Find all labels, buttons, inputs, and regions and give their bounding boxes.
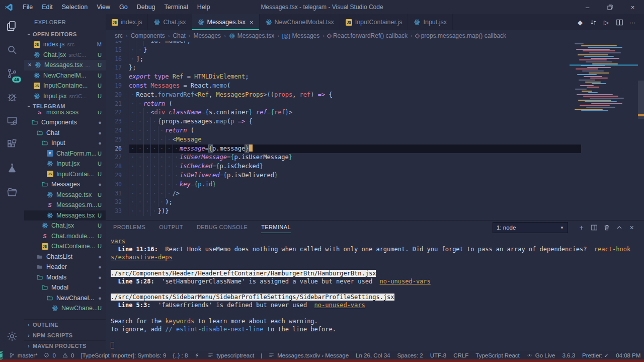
close-panel-icon[interactable]: × [625,221,638,235]
tab-inputcontainer.js[interactable]: JSInputContainer.js [340,14,409,30]
scrollbar-slider[interactable] [638,81,644,119]
section-npm-scripts[interactable]: ›NPM SCRIPTS [24,330,106,340]
status-encoding[interactable]: UTF-8 [430,352,447,358]
open-editor-item[interactable]: JSInputContaine...U [24,81,106,91]
tree-item[interactable]: Smixins.scssU [24,111,106,117]
open-editors-header[interactable]: › OPEN EDITORS [24,29,106,39]
breadcrumb-item[interactable]: Messages.tsx [229,32,274,39]
breadcrumb-item[interactable]: Chat [173,32,185,39]
toggle-changes-icon[interactable] [587,14,600,30]
minimap[interactable] [574,41,637,122]
tree-item[interactable]: Header● [24,262,106,272]
status-indentation[interactable]: Spaces: 2 [397,352,423,358]
menu-file[interactable]: File [18,0,37,14]
tree-item[interactable]: SChat.module....U [24,231,106,242]
tree-item[interactable]: Chat● [24,128,106,138]
more-actions-icon[interactable]: ··· [626,14,639,30]
status-git-branch[interactable]: master* [9,352,38,358]
close-button[interactable]: × [621,0,644,14]
activity-search-icon[interactable] [0,38,24,61]
tree-item[interactable]: Input.jsxU [24,159,106,169]
tree-item[interactable]: Modals● [24,272,106,283]
activity-settings-icon[interactable] [0,324,24,348]
maximize-panel-icon[interactable] [613,221,625,235]
open-editor-item[interactable]: Input.jsxsrc\C...U [24,91,106,102]
panel-tab-problems[interactable]: PROBLEMS [113,221,145,235]
tree-item[interactable]: Message.tsxU [24,190,106,200]
scrollbar[interactable] [638,41,644,220]
status-language-mode[interactable]: typescriptreact [208,352,254,358]
status-language[interactable]: TypeScript React [475,352,520,358]
status-warnings[interactable]: 0 [62,352,74,358]
breadcrumb-item[interactable]: React.forwardRef() callback [328,32,408,39]
tree-item[interactable]: NewChane...U [24,303,106,314]
status-pipe[interactable]: | [261,352,262,358]
terminal-link[interactable]: no-unused-vars [314,302,365,309]
tab-index.js[interactable]: JSindex.js [106,14,148,30]
terminal-link[interactable]: keywords [165,318,194,325]
status-imports-count[interactable]: {..} : 8 [173,352,188,358]
run-icon[interactable]: ▷ [600,14,613,30]
tree-item[interactable]: Messages● [24,179,106,190]
open-editor-item[interactable]: NewChanelM...U [24,70,106,81]
terminal-link[interactable]: react-hook [594,246,630,253]
tree-item[interactable]: JSChatContaine...U [24,241,106,252]
menu-view[interactable]: View [92,0,115,14]
activity-test-icon[interactable] [0,156,24,180]
tab-newchanelmodal.tsx[interactable]: NewChanelModal.tsx [260,14,340,30]
breadcrumb-item[interactable]: [@]Messages [282,32,319,39]
breadcrumb-item[interactable]: src [115,32,123,39]
tab-messages.tsx[interactable]: Messages.tsx× [192,14,260,30]
prettier-format-icon[interactable]: ◆ [574,14,587,30]
tree-item[interactable]: Components● [24,117,106,128]
split-terminal-icon[interactable] [588,221,600,235]
panel-tab-terminal[interactable]: TERMINAL [261,221,291,235]
tree-item[interactable]: Chat.jsxU [24,221,106,231]
section-outline[interactable]: ›OUTLINE [24,319,106,330]
tree-item[interactable]: #ChatForm.m...U [24,149,106,159]
panel-tab-debug-console[interactable]: DEBUG CONSOLE [197,221,248,235]
activity-source-control-icon[interactable]: 46 [0,61,24,85]
activity-folders-icon[interactable] [0,180,24,203]
tree-item[interactable]: Modal● [24,282,106,293]
status-ts-importer[interactable]: [TypeScript Importer]: Symbols: 9 [80,352,166,358]
tree-item[interactable]: Input● [24,138,106,149]
menu-go[interactable]: Go [115,0,132,14]
breadcrumb-item[interactable]: Components [131,32,165,39]
section-maven-projects[interactable]: ›MAVEN PROJECTS [24,340,106,351]
activity-extensions-icon[interactable] [0,132,24,156]
kill-terminal-icon[interactable] [600,221,613,235]
open-editor-item[interactable]: JSindex.jssrcM [24,39,106,50]
project-section-header[interactable]: › TELEGRAM [24,101,106,111]
tree-item[interactable]: SMessages.m...U [24,200,106,210]
tab-input.jsx[interactable]: Input.jsx [408,14,453,30]
status-errors[interactable]: 0 [44,352,55,358]
status-clock[interactable]: 04:08 PM [616,352,640,358]
code-editor[interactable]: 14···id: number,15··}16·];17};18export t… [106,41,644,220]
status-prettier[interactable]: Prettier: ✓ [582,352,609,359]
menu-debug[interactable]: Debug [132,0,160,14]
menu-terminal[interactable]: Terminal [160,0,193,14]
activity-explorer-icon[interactable] [0,14,24,38]
new-terminal-icon[interactable]: + [575,221,588,235]
open-editor-item[interactable]: Chat.jsxsrc\C...U [24,50,106,60]
tree-item[interactable]: JSInputContai...U [24,169,106,180]
terminal-link[interactable]: s/exhaustive-deps [111,254,173,261]
tree-item[interactable]: Messages.tsxU [24,210,106,221]
breadcrumb-item[interactable]: props.messages.map() callback [416,32,506,39]
tab-chat.jsx[interactable]: Chat.jsx [148,14,192,30]
menu-edit[interactable]: Edit [37,0,57,14]
status-tag-path[interactable]: div › Message [312,352,349,358]
menu-help[interactable]: Help [193,0,215,14]
close-icon[interactable]: × [26,61,33,68]
activity-debug-icon[interactable] [0,85,24,109]
activity-remote-explorer-icon[interactable] [0,109,24,132]
status-cursor-pos[interactable]: Ln 26, Col 34 [356,352,390,358]
menu-selection[interactable]: Selection [57,0,92,14]
close-icon[interactable]: × [250,19,254,26]
restore-button[interactable] [599,0,621,14]
breadcrumb-item[interactable]: Messages [193,32,221,39]
status-version[interactable]: 3.6.3 [562,352,575,358]
split-editor-icon[interactable] [613,14,626,30]
status-file-context[interactable]: Messages.tsx [269,352,312,358]
